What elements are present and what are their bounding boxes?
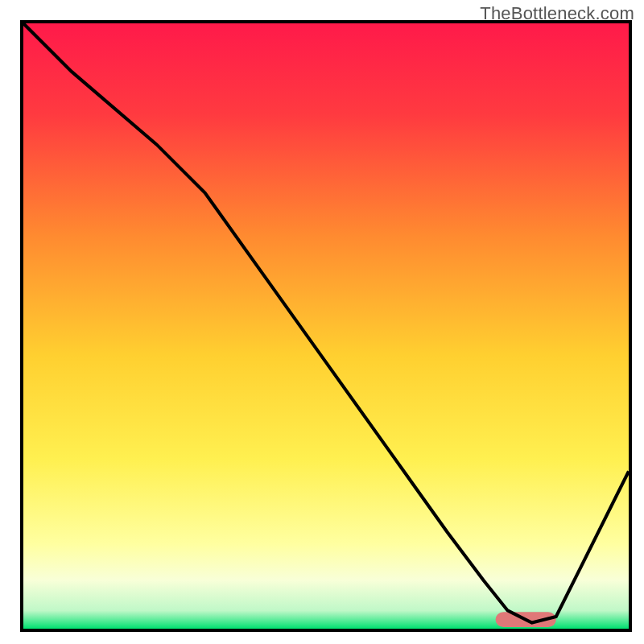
chart-background	[23, 23, 629, 629]
chart-frame	[20, 20, 632, 632]
watermark-label: TheBottleneck.com	[480, 3, 634, 24]
bottleneck-chart	[23, 23, 629, 629]
